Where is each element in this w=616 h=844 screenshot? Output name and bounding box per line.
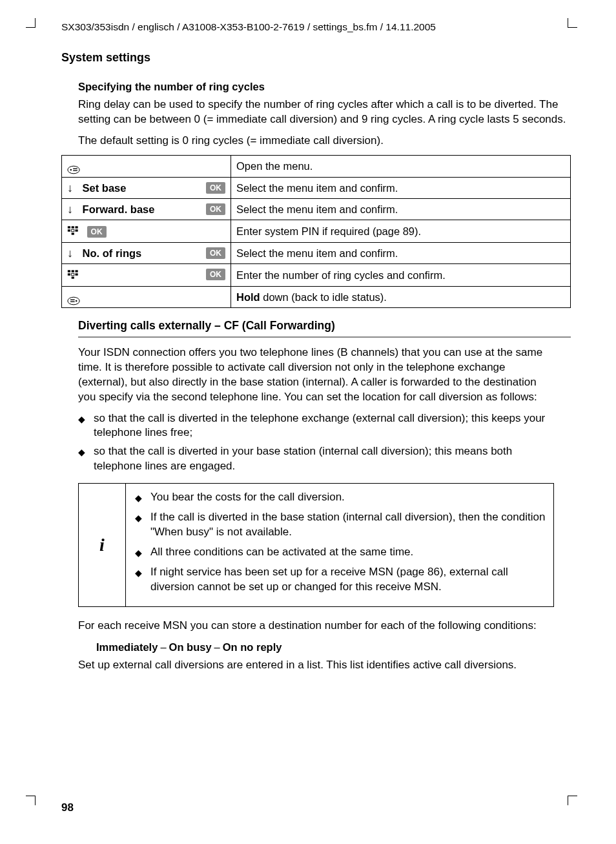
step-description: Select the menu item and confirm. [231, 177, 571, 198]
table-row: ↓ Set base OK Select the menu item and c… [62, 177, 571, 198]
step-description: Enter system PIN if required (page 89). [231, 220, 571, 243]
svg-rect-8 [72, 229, 74, 231]
svg-rect-17 [72, 276, 74, 278]
svg-rect-19 [70, 299, 75, 300]
diamond-bullet-icon: ◆ [135, 565, 150, 595]
diamond-bullet-icon: ◆ [135, 510, 150, 540]
list-item-text: You bear the costs for the call diversio… [150, 490, 345, 505]
svg-rect-11 [68, 270, 70, 272]
keypad-icon [67, 269, 80, 283]
divider [78, 336, 571, 338]
svg-rect-6 [76, 226, 78, 228]
body-text: Set up external call diversions are ente… [78, 658, 554, 673]
menu-item-label: Forward. base [83, 203, 155, 215]
body-text: For each receive MSN you can store a des… [78, 619, 554, 633]
body-text: Your ISDN connection offers you two tele… [78, 345, 554, 405]
arrow-down-icon: ↓ [67, 182, 73, 194]
list-item: ◆If the call is diverted in the base sta… [135, 510, 546, 540]
svg-rect-14 [68, 273, 70, 275]
step-description: Select the menu item and confirm. [231, 198, 571, 220]
step-description-rest: down (back to idle status). [260, 291, 387, 303]
info-note: i ◆You bear the costs for the call diver… [78, 483, 554, 607]
menu-item-label: No. of rings [83, 247, 142, 259]
step-description: Hold down (back to idle status). [231, 286, 571, 307]
table-row: OK Enter the number of ring cycles and c… [62, 264, 571, 287]
list-item: ◆All three conditions can be activated a… [135, 545, 546, 560]
table-row: ↓ No. of rings OK Select the menu item a… [62, 242, 571, 263]
menu-key-icon [67, 163, 77, 171]
subsection-heading: Diverting calls externally – CF (Call Fo… [78, 318, 571, 334]
svg-rect-2 [73, 168, 77, 169]
list-item-text: so that the call is diverted in your bas… [94, 444, 554, 474]
condition-label: Immediately [96, 641, 158, 653]
step-description: Open the menu. [231, 156, 571, 177]
condition-label: On busy [169, 641, 212, 653]
page-number: 98 [61, 801, 74, 816]
arrow-down-icon: ↓ [67, 203, 73, 215]
list-item-text: All three conditions can be activated at… [150, 545, 413, 560]
svg-rect-4 [68, 226, 70, 228]
ok-badge: OK [87, 226, 107, 238]
header-path: SX303/353isdn / englisch / A31008-X353-B… [61, 21, 571, 34]
table-row: Hold down (back to idle status). [62, 286, 571, 307]
ok-badge: OK [206, 203, 225, 215]
svg-rect-16 [76, 273, 78, 275]
table-row: OK Enter system PIN if required (page 89… [62, 220, 571, 243]
svg-rect-10 [72, 232, 74, 234]
list-item-text: If the call is diverted in the base stat… [150, 510, 546, 540]
ok-badge: OK [206, 269, 225, 280]
subsection-heading: Specifying the number of ring cycles [78, 79, 571, 94]
arrow-down-icon: ↓ [67, 247, 73, 259]
svg-point-18 [68, 297, 79, 305]
list-item: ◆so that the call is diverted in the tel… [78, 411, 554, 441]
svg-rect-20 [70, 301, 75, 302]
list-item: ◆so that the call is diverted in your ba… [78, 444, 554, 474]
procedure-table: Open the menu. ↓ Set base OK Select the … [61, 155, 571, 308]
list-item-text: If night service has been set up for a r… [150, 565, 546, 595]
step-description: Enter the number of ring cycles and conf… [231, 264, 571, 287]
section-heading: System settings [61, 50, 571, 65]
svg-rect-9 [76, 229, 78, 231]
svg-rect-3 [73, 170, 77, 170]
list-item-text: so that the call is diverted in the tele… [94, 411, 554, 441]
step-description-bold: Hold [236, 291, 260, 303]
body-text: The default setting is 0 ring cycles (= … [78, 134, 571, 149]
diamond-bullet-icon: ◆ [135, 545, 150, 560]
diamond-bullet-icon: ◆ [78, 444, 94, 474]
conditions-line: Immediately–On busy–On no reply [96, 640, 571, 654]
info-icon: i [79, 484, 126, 606]
crop-mark-icon [26, 18, 36, 28]
body-text: Ring delay can be used to specify the nu… [78, 98, 571, 127]
crop-mark-icon [568, 18, 577, 28]
crop-mark-icon [568, 796, 577, 805]
condition-label: On no reply [223, 641, 282, 653]
menu-item-label: Set base [83, 182, 127, 194]
svg-rect-5 [72, 226, 74, 228]
menu-key-icon [67, 294, 77, 302]
crop-mark-icon [26, 796, 36, 805]
ok-badge: OK [206, 247, 225, 259]
svg-point-0 [68, 166, 79, 174]
svg-point-1 [70, 169, 72, 171]
table-row: Open the menu. [62, 156, 571, 177]
step-description: Select the menu item and confirm. [231, 242, 571, 263]
svg-rect-13 [76, 270, 78, 272]
diamond-bullet-icon: ◆ [135, 490, 150, 505]
list-item: ◆You bear the costs for the call diversi… [135, 490, 546, 505]
list-item: ◆If night service has been set up for a … [135, 565, 546, 595]
diamond-bullet-icon: ◆ [78, 411, 94, 441]
svg-point-21 [76, 300, 77, 302]
svg-rect-12 [72, 270, 74, 272]
bullet-list: ◆so that the call is diverted in the tel… [78, 411, 554, 475]
table-row: ↓ Forward. base OK Select the menu item … [62, 198, 571, 220]
svg-rect-7 [68, 229, 70, 231]
svg-rect-15 [72, 273, 74, 275]
keypad-icon [67, 225, 80, 239]
ok-badge: OK [206, 182, 225, 194]
